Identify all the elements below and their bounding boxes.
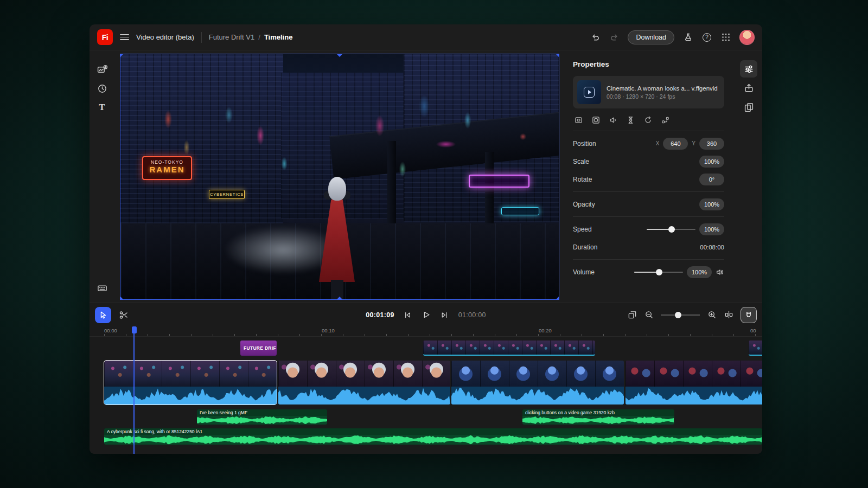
playhead[interactable] — [133, 326, 135, 454]
audio-waveform — [278, 387, 450, 404]
rotate-row: Rotate 0° — [573, 170, 724, 188]
split-scissors-button[interactable] — [119, 310, 129, 320]
audio-clip-label: I've been seeing 1 gMF — [197, 409, 327, 416]
overlay-video-clip[interactable] — [423, 341, 595, 356]
y-axis-label: Y — [692, 140, 695, 146]
ruler-label: 00:10 — [322, 328, 335, 333]
hamburger-menu-icon[interactable] — [120, 34, 129, 40]
timeline-toolbar: 00:01:09 01:00:00 — [90, 303, 762, 326]
ruler-ticks — [104, 334, 762, 336]
speaker-icon[interactable] — [716, 268, 724, 277]
help-icon[interactable]: ? — [701, 32, 712, 43]
track-size-button[interactable] — [627, 310, 637, 320]
mask-icon[interactable] — [591, 115, 601, 125]
select-tool-button[interactable] — [95, 307, 111, 323]
cybernetics-sign: CYBERNETICS — [209, 190, 245, 199]
volume-label: Volume — [573, 268, 595, 276]
audio-waveform — [451, 387, 624, 404]
scale-row: Scale 100% — [573, 152, 724, 170]
speed-label: Speed — [573, 226, 592, 233]
right-panel-rail — [735, 50, 762, 303]
filmstrip-thumbnails — [104, 361, 277, 387]
audio-icon[interactable] — [609, 115, 618, 125]
clip-name: Cinematic. A woman looks a... v.ffgenvid — [607, 85, 718, 92]
firefly-logo[interactable]: Fi — [97, 29, 113, 45]
canvas-size-icon[interactable] — [574, 115, 583, 125]
video-clip-3[interactable] — [451, 361, 624, 404]
filmstrip-thumbnails — [278, 361, 450, 387]
opacity-field[interactable]: 100% — [699, 198, 724, 210]
beaker-icon[interactable] — [682, 32, 693, 43]
speed-field[interactable]: 100% — [699, 223, 724, 235]
properties-panel: Properties Cinematic. A woman looks a...… — [564, 50, 735, 303]
zoom-slider[interactable] — [661, 312, 700, 318]
next-frame-button[interactable] — [440, 310, 450, 320]
volume-field[interactable]: 100% — [687, 266, 712, 278]
video-clip-2[interactable] — [278, 361, 450, 404]
undo-icon[interactable] — [590, 32, 601, 43]
media-library-panel-button[interactable] — [740, 98, 757, 115]
video-clip-4[interactable] — [626, 361, 762, 404]
breadcrumb-project[interactable]: Future Drift V1 — [209, 33, 255, 41]
video-preview-canvas[interactable]: NEO-TOKYO RAMEN CYBERNETICS — [120, 54, 559, 299]
text-clip-future-drift[interactable]: FUTURE DRIF — [240, 341, 277, 356]
apps-grid-icon[interactable] — [720, 32, 731, 43]
video-editor-window: Fi Video editor (beta) Future Drift V1 /… — [90, 24, 762, 454]
divider — [573, 216, 724, 217]
timer-icon[interactable] — [626, 115, 635, 125]
duration-value: 00:08:00 — [700, 244, 724, 251]
previous-frame-button[interactable] — [403, 310, 413, 320]
scale-field[interactable]: 100% — [699, 156, 724, 168]
download-button[interactable]: Download — [628, 30, 674, 44]
timeline-tracks: FUTURE DRIF — [90, 337, 762, 454]
zoom-in-button[interactable] — [707, 310, 717, 320]
play-button[interactable] — [422, 310, 431, 320]
audio-clip-2[interactable]: clicking buttons on a video game 31920 k… — [522, 409, 674, 425]
selected-clip-card[interactable]: Cinematic. A woman looks a... v.ffgenvid… — [573, 76, 724, 108]
timeline-ruler[interactable]: 00:00 00:10 00:20 00 — [90, 326, 762, 337]
audio-waveform — [522, 416, 674, 425]
divider — [573, 259, 724, 260]
current-timecode: 00:01:09 — [366, 311, 394, 319]
clip-info: Cinematic. A woman looks a... v.ffgenvid… — [607, 85, 718, 100]
woman-legs — [331, 280, 343, 299]
divider — [573, 131, 724, 131]
desktop-background: Fi Video editor (beta) Future Drift V1 /… — [0, 0, 868, 488]
playhead-handle[interactable] — [132, 326, 137, 333]
audio-clip-label: clicking buttons on a video game 31920 k… — [522, 409, 674, 416]
user-avatar[interactable] — [739, 30, 755, 45]
snapping-magnet-toggle[interactable] — [741, 307, 757, 323]
speed-row: Speed 100% — [573, 220, 724, 238]
top-bar: Fi Video editor (beta) Future Drift V1 /… — [90, 24, 762, 50]
redo-icon[interactable] — [609, 32, 620, 43]
keyboard-shortcuts-button[interactable] — [93, 279, 111, 297]
text-tool-button[interactable]: T — [93, 99, 111, 116]
properties-title: Properties — [573, 60, 724, 68]
overlay-video-clip-partial[interactable] — [749, 341, 762, 356]
music-clip[interactable]: A cyberpunk sci fi song, with or 8512422… — [104, 428, 762, 445]
export-panel-button[interactable] — [740, 79, 757, 97]
rotate-icon[interactable] — [643, 115, 653, 125]
breadcrumb-page: Timeline — [264, 33, 293, 41]
position-x-field[interactable]: 640 — [663, 138, 688, 150]
history-clock-button[interactable] — [93, 80, 111, 97]
ruler-label: 00:20 — [539, 328, 552, 333]
properties-panel-button[interactable] — [740, 60, 757, 78]
topbar-actions: Download ? — [590, 30, 755, 45]
zoom-out-button[interactable] — [644, 310, 654, 320]
rotate-field[interactable]: 0° — [699, 174, 724, 185]
breadcrumb-separator: / — [258, 33, 260, 41]
position-y-field[interactable]: 360 — [699, 138, 724, 150]
video-clip-1-selected[interactable] — [104, 361, 277, 404]
volume-slider[interactable] — [634, 269, 683, 275]
filmstrip-thumbnails — [626, 361, 762, 387]
animate-icon[interactable] — [661, 115, 670, 125]
duration-label: Duration — [573, 243, 597, 251]
razor-split-button[interactable] — [724, 310, 733, 320]
speed-slider[interactable] — [647, 226, 695, 233]
audio-clip-1[interactable]: I've been seeing 1 gMF — [197, 409, 327, 425]
audio-waveform — [104, 387, 277, 404]
filmstrip-thumbnails — [451, 361, 624, 387]
add-media-button[interactable] — [93, 61, 111, 78]
divider — [573, 191, 724, 192]
